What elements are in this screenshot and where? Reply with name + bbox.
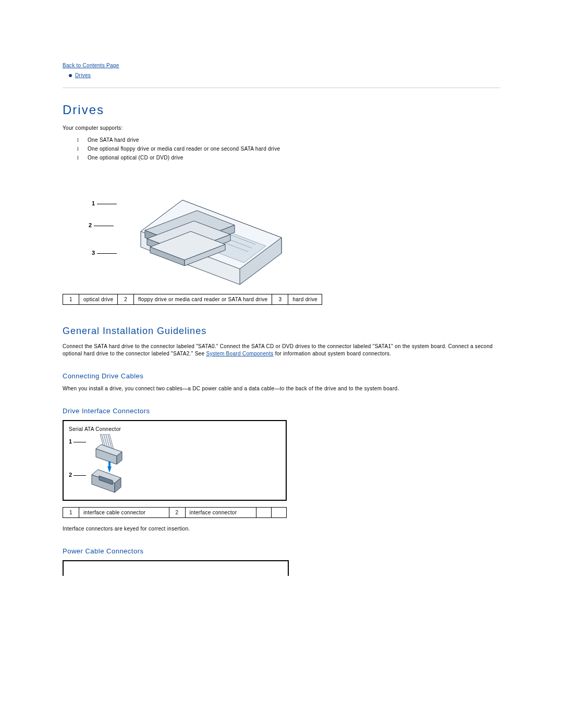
chassis-callout-1: 1 bbox=[92, 200, 117, 206]
callout-label: 3 bbox=[92, 250, 95, 256]
drives-topic-link[interactable]: Drives bbox=[75, 72, 91, 78]
system-board-components-link[interactable]: System Board Components bbox=[206, 351, 273, 356]
list-item: One optional optical (CD or DVD) drive bbox=[77, 155, 500, 161]
power-connectors-heading: Power Cable Connectors bbox=[63, 547, 500, 555]
back-to-contents-link[interactable]: Back to Contents Page bbox=[63, 63, 119, 68]
drives-intro: Your computer supports: bbox=[63, 125, 500, 132]
drives-supports-list: One SATA hard drive One optional floppy … bbox=[63, 137, 500, 161]
chassis-callout-3: 3 bbox=[92, 250, 117, 256]
legend-num: 3 bbox=[272, 294, 288, 305]
guidelines-text-b: for information about system board conne… bbox=[274, 351, 391, 356]
sata-illustration: 1 2 bbox=[69, 434, 131, 497]
bullet-icon bbox=[69, 74, 72, 77]
sata-callout-2: 2 bbox=[69, 472, 86, 478]
chassis-legend-table: 1 optical drive 2 floppy drive or media … bbox=[63, 294, 322, 305]
connecting-cables-paragraph: When you install a drive, you connect tw… bbox=[63, 385, 500, 392]
legend-text: hard drive bbox=[288, 294, 322, 305]
interface-legend-table: 1 interface cable connector 2 interface … bbox=[63, 507, 287, 518]
callout-label: 1 bbox=[69, 438, 72, 445]
topic-row: Drives bbox=[63, 72, 500, 78]
interface-note: Interface connectors are keyed for corre… bbox=[63, 525, 500, 533]
callout-label: 2 bbox=[89, 222, 92, 228]
sata-callout-1: 1 bbox=[69, 438, 86, 445]
chassis-svg bbox=[83, 169, 302, 289]
sata-connector-box: Serial ATA Connector bbox=[63, 420, 287, 501]
legend-empty bbox=[256, 508, 272, 518]
power-connector-box bbox=[63, 560, 289, 576]
guidelines-paragraph: Connect the SATA hard drive to the conne… bbox=[63, 343, 500, 357]
legend-num: 1 bbox=[63, 508, 79, 518]
legend-text: interface cable connector bbox=[79, 508, 169, 518]
interface-connectors-heading: Drive Interface Connectors bbox=[63, 407, 500, 415]
drives-heading: Drives bbox=[63, 103, 500, 117]
chassis-callout-2: 2 bbox=[89, 222, 114, 228]
callout-label: 2 bbox=[69, 472, 72, 478]
legend-empty bbox=[272, 508, 287, 518]
legend-text: optical drive bbox=[79, 294, 118, 305]
connecting-cables-heading: Connecting Drive Cables bbox=[63, 372, 500, 380]
legend-num: 1 bbox=[63, 294, 79, 305]
list-item: One SATA hard drive bbox=[77, 137, 500, 143]
legend-text: floppy drive or media card reader or SAT… bbox=[134, 294, 272, 305]
divider bbox=[63, 88, 500, 88]
legend-num: 2 bbox=[169, 508, 185, 518]
sata-box-title: Serial ATA Connector bbox=[69, 426, 280, 432]
list-item: One optional floppy drive or media card … bbox=[77, 146, 500, 152]
chassis-illustration: 1 2 3 bbox=[83, 169, 302, 289]
svg-rect-25 bbox=[108, 461, 111, 467]
callout-label: 1 bbox=[92, 200, 95, 206]
legend-text: interface connector bbox=[185, 508, 256, 518]
guidelines-heading: General Installation Guidelines bbox=[63, 326, 500, 337]
legend-num: 2 bbox=[118, 294, 134, 305]
